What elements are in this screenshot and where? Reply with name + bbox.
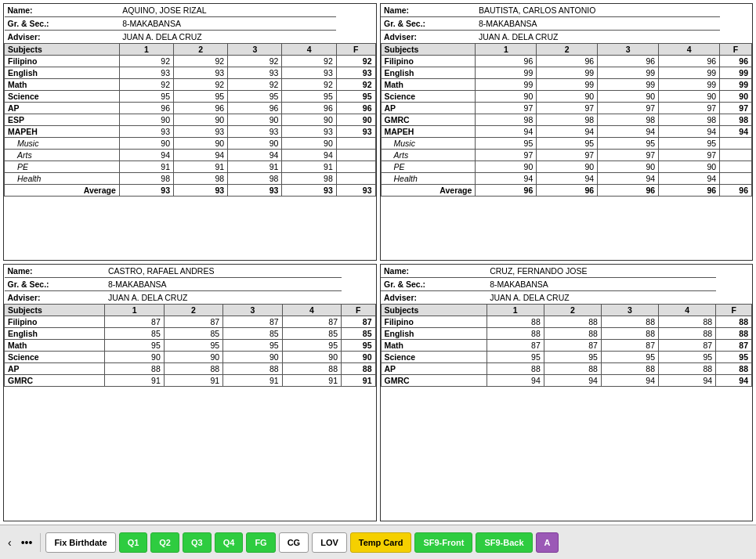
table-row: GMRC 94 94 94 94 94 <box>381 375 752 387</box>
average-row: Average 96 96 96 96 96 <box>381 185 752 197</box>
main-content: Name: AQUINO, JOSE RIZAL Gr. & Sec.: 8-M… <box>0 0 756 525</box>
subject-cell: Arts <box>5 150 120 161</box>
q2-header: 2 <box>173 44 227 56</box>
nav-more-icon[interactable]: ••• <box>18 535 36 550</box>
f-cell <box>720 138 752 150</box>
table-row: AP 96 96 96 96 96 <box>5 103 376 114</box>
avg-q4: 93 <box>282 185 336 197</box>
q3-cell: 91 <box>223 375 282 387</box>
table-row: MAPEH 93 93 93 93 93 <box>5 126 376 138</box>
q4-cell: 95 <box>659 138 720 150</box>
q4-cell: 99 <box>659 67 720 79</box>
avg-f: 96 <box>720 185 752 197</box>
q2-cell: 91 <box>173 161 227 173</box>
q1-cell: 93 <box>119 126 173 138</box>
table-row: Math 87 87 87 87 87 <box>381 340 752 352</box>
q3-cell: 98 <box>228 173 282 185</box>
subject-cell: PE <box>381 161 476 173</box>
grade-label: Gr. & Sec.: <box>5 17 120 31</box>
sf9-back-button[interactable]: SF9-Back <box>476 532 532 553</box>
q1-cell: 95 <box>487 352 544 363</box>
q4-cell: 95 <box>282 340 341 352</box>
q4-cell: 91 <box>282 375 341 387</box>
f-cell: 95 <box>716 352 752 363</box>
table-row: GMRC 98 98 98 98 98 <box>381 114 752 126</box>
average-label: Average <box>381 185 476 197</box>
q3-button[interactable]: Q3 <box>183 532 212 553</box>
q3-header: 3 <box>223 305 282 316</box>
q3-cell: 99 <box>598 67 659 79</box>
name-label: Name: <box>381 4 476 17</box>
table-row: Music 90 90 90 90 <box>5 138 376 150</box>
cg-button[interactable]: CG <box>279 532 309 553</box>
q3-cell: 85 <box>223 328 282 340</box>
q4-cell: 97 <box>659 150 720 161</box>
f-cell: 98 <box>720 114 752 126</box>
table-row: Health 94 94 94 94 <box>381 173 752 185</box>
subject-cell: Health <box>381 173 476 185</box>
subject-cell: Science <box>5 352 105 363</box>
q4-button[interactable]: Q4 <box>215 532 244 553</box>
q3-cell: 90 <box>228 114 282 126</box>
q3-cell: 92 <box>228 79 282 91</box>
q2-cell: 94 <box>173 150 227 161</box>
a-button[interactable]: A <box>536 532 559 553</box>
q4-cell: 99 <box>659 79 720 91</box>
q4-cell: 88 <box>282 363 341 375</box>
q2-cell: 90 <box>164 352 222 363</box>
f-cell <box>336 161 375 173</box>
q2-cell: 90 <box>173 138 227 150</box>
subjects-header: Subjects <box>381 305 487 316</box>
name-label: Name: <box>5 265 105 278</box>
fix-birthdate-button[interactable]: Fix Birthdate <box>45 532 115 553</box>
subject-cell: English <box>381 67 476 79</box>
q1-cell: 97 <box>476 150 537 161</box>
q1-cell: 99 <box>476 79 537 91</box>
sf9-front-button[interactable]: SF9-Front <box>414 532 472 553</box>
subject-cell: Science <box>381 91 476 103</box>
subject-cell: Filipino <box>5 316 105 328</box>
table-row: Math 92 92 92 92 92 <box>5 79 376 91</box>
q2-button[interactable]: Q2 <box>150 532 179 553</box>
grade-value: 8-MAKABANSA <box>105 278 342 291</box>
q4-cell: 90 <box>282 352 341 363</box>
adviser-value: JUAN A. DELA CRUZ <box>105 291 342 305</box>
q3-cell: 92 <box>228 56 282 67</box>
subject-cell: Math <box>381 340 487 352</box>
q4-cell: 98 <box>282 173 336 185</box>
table-row: Filipino 87 87 87 87 87 <box>5 316 376 328</box>
f-cell: 94 <box>720 126 752 138</box>
q1-cell: 88 <box>487 363 544 375</box>
temp-card-button[interactable]: Temp Card <box>350 532 412 553</box>
subject-cell: Health <box>5 173 120 185</box>
grade-label: Gr. & Sec.: <box>5 278 105 291</box>
q1-cell: 95 <box>119 91 173 103</box>
q3-cell: 90 <box>223 352 282 363</box>
q3-cell: 90 <box>228 138 282 150</box>
q1-cell: 93 <box>119 67 173 79</box>
f-cell: 91 <box>342 375 375 387</box>
q1-cell: 96 <box>476 56 537 67</box>
subject-cell: MAPEH <box>5 126 120 138</box>
q2-cell: 93 <box>173 67 227 79</box>
q3-cell: 97 <box>598 150 659 161</box>
fg-button[interactable]: FG <box>246 532 275 553</box>
q3-cell: 88 <box>223 363 282 375</box>
q1-cell: 92 <box>119 79 173 91</box>
table-row: English 85 85 85 85 85 <box>5 328 376 340</box>
q1-header: 1 <box>105 305 164 316</box>
adviser-label: Adviser: <box>381 291 487 305</box>
subject-cell: PE <box>5 161 120 173</box>
separator-1 <box>40 533 41 552</box>
q4-cell: 88 <box>659 316 716 328</box>
table-row: English 88 88 88 88 88 <box>381 328 752 340</box>
average-row: Average 93 93 93 93 93 <box>5 185 376 197</box>
grade-value: 8-MAKABANSA <box>476 17 720 31</box>
nav-prev-icon[interactable]: ‹ <box>5 535 15 550</box>
f-cell <box>336 150 375 161</box>
f-cell: 88 <box>716 363 752 375</box>
lov-button[interactable]: LOV <box>312 532 347 553</box>
subjects-header: Subjects <box>381 44 476 56</box>
q1-button[interactable]: Q1 <box>119 532 148 553</box>
subject-cell: GMRC <box>381 375 487 387</box>
